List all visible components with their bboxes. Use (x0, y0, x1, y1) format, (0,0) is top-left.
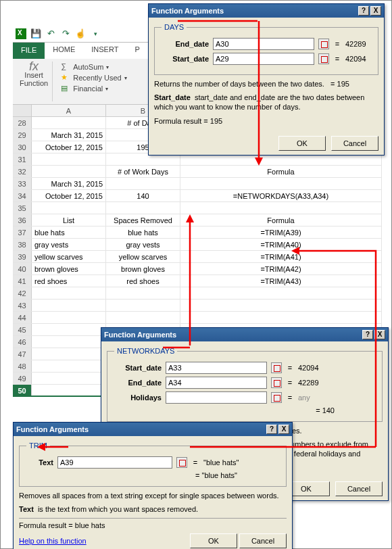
cell-b[interactable] (106, 178, 180, 189)
cell-formula[interactable]: =NETWORKDAYS(A33,A34) (180, 190, 382, 201)
help-icon[interactable]: ? (362, 330, 373, 339)
row-header[interactable]: 43 (13, 300, 32, 311)
cell-b[interactable]: blue hats (106, 226, 180, 238)
dialog-title-bar[interactable]: Function Arguments ? X (14, 423, 292, 436)
cell-formula[interactable]: =TRIM(A40) (180, 239, 382, 250)
row-header[interactable]: 28 (13, 117, 32, 128)
row-35[interactable]: 35 (13, 202, 382, 214)
row-44[interactable]: 44 (13, 312, 382, 324)
close-icon[interactable]: X (374, 330, 385, 339)
row-34[interactable]: 34October 12, 2015140=NETWORKDAYS(A33,A3… (13, 190, 382, 202)
save-icon[interactable]: 💾 (30, 28, 41, 39)
cell-b[interactable]: yellow scarves (106, 251, 180, 262)
cell-a[interactable]: March 31, 2015 (32, 178, 106, 189)
cell-formula[interactable] (180, 178, 382, 189)
nw-start-date-input[interactable] (166, 362, 267, 374)
row-header[interactable]: 36 (13, 214, 32, 226)
cell-a[interactable] (32, 324, 106, 335)
cell-a[interactable]: gray vests (32, 239, 106, 250)
row-header[interactable]: 29 (13, 129, 32, 141)
select-all-corner[interactable] (13, 105, 32, 116)
cell-a[interactable] (32, 373, 106, 384)
trim-text-input[interactable] (57, 456, 172, 469)
cell-a[interactable] (32, 348, 106, 360)
row-header[interactable]: 39 (13, 251, 32, 262)
cancel-button[interactable]: Cancel (335, 481, 383, 496)
cell-b[interactable] (106, 300, 180, 311)
cell-a[interactable] (32, 166, 106, 177)
close-icon[interactable]: X (370, 6, 381, 16)
row-header[interactable]: 40 (13, 263, 32, 274)
ok-button[interactable]: OK (278, 136, 326, 151)
cell-a[interactable] (32, 385, 106, 396)
cancel-button[interactable]: Cancel (239, 533, 287, 548)
row-header[interactable]: 35 (13, 202, 32, 214)
ref-edit-icon[interactable] (318, 53, 329, 64)
close-icon[interactable]: X (278, 425, 289, 434)
cell-a[interactable]: blue hats (32, 226, 106, 238)
cell-a[interactable] (32, 300, 106, 311)
touch-icon[interactable]: ☝ (75, 28, 86, 39)
row-41[interactable]: 41 red shoesred shoes=TRIM(A43) (13, 275, 382, 287)
cell-formula[interactable]: =TRIM(A42) (180, 263, 382, 274)
help-link[interactable]: Help on this function (19, 537, 87, 545)
cell-formula[interactable] (180, 202, 382, 214)
row-header[interactable]: 31 (13, 153, 32, 165)
ref-edit-icon[interactable] (271, 362, 282, 373)
dialog-title-bar[interactable]: Function Arguments ? X (101, 328, 388, 341)
row-header[interactable]: 45 (13, 324, 32, 335)
col-header-a[interactable]: A (32, 105, 106, 116)
row-43[interactable]: 43 (13, 300, 382, 312)
cell-a[interactable] (32, 360, 106, 372)
row-header[interactable]: 50 (13, 385, 32, 396)
tab-file[interactable]: FILE (13, 43, 45, 59)
row-header[interactable]: 44 (13, 312, 32, 323)
dropdown-icon[interactable]: ▾ (90, 28, 101, 39)
row-header[interactable]: 30 (13, 141, 32, 153)
cell-a[interactable]: brown gloves (32, 263, 106, 274)
cell-a[interactable]: yellow scarves (32, 251, 106, 262)
row-header[interactable]: 46 (13, 336, 32, 348)
cell-formula[interactable] (180, 287, 382, 299)
row-32[interactable]: 32# of Work DaysFormula (13, 166, 382, 178)
row-header[interactable]: 41 (13, 275, 32, 287)
cell-a[interactable] (32, 312, 106, 323)
cell-a[interactable] (32, 287, 106, 299)
ref-edit-icon[interactable] (271, 377, 282, 388)
tab-p[interactable]: P (126, 43, 147, 59)
ref-edit-icon[interactable] (176, 457, 187, 468)
nw-holidays-input[interactable] (166, 391, 267, 404)
cell-formula[interactable]: Formula (180, 166, 382, 177)
start-date-input[interactable] (213, 53, 314, 65)
row-header[interactable]: 47 (13, 348, 32, 360)
ref-edit-icon[interactable] (318, 39, 329, 49)
row-38[interactable]: 38gray vestsgray vests=TRIM(A40) (13, 239, 382, 251)
cell-formula[interactable]: =TRIM(A39) (180, 226, 382, 238)
ref-edit-icon[interactable] (271, 392, 282, 403)
cell-formula[interactable]: =TRIM(A41) (180, 251, 382, 262)
cell-b[interactable] (106, 312, 180, 323)
cell-b[interactable] (106, 202, 180, 214)
row-header[interactable]: 33 (13, 178, 32, 189)
tab-insert[interactable]: INSERT (83, 43, 126, 59)
cell-formula[interactable]: =TRIM(A43) (180, 275, 382, 287)
cell-a[interactable] (32, 117, 106, 128)
cell-a[interactable] (32, 336, 106, 348)
cell-b[interactable]: brown gloves (106, 263, 180, 274)
row-42[interactable]: 42 (13, 287, 382, 300)
cell-formula[interactable] (180, 300, 382, 311)
cell-a[interactable]: October 12, 2015 (32, 141, 106, 153)
row-header[interactable]: 38 (13, 239, 32, 250)
cell-a[interactable]: List (32, 214, 106, 226)
row-header[interactable]: 42 (13, 287, 32, 299)
cell-a[interactable]: October 12, 2015 (32, 190, 106, 201)
help-icon[interactable]: ? (358, 6, 369, 16)
redo-icon[interactable]: ↷ (60, 28, 71, 39)
cell-b[interactable] (106, 287, 180, 299)
row-header[interactable]: 49 (13, 373, 32, 384)
row-header[interactable]: 32 (13, 166, 32, 177)
cell-a[interactable]: March 31, 2015 (32, 129, 106, 141)
insert-function-button[interactable]: fx Insert Function (20, 62, 48, 87)
row-40[interactable]: 40 brown glovesbrown gloves=TRIM(A42) (13, 263, 382, 275)
cell-a[interactable] (32, 153, 106, 165)
